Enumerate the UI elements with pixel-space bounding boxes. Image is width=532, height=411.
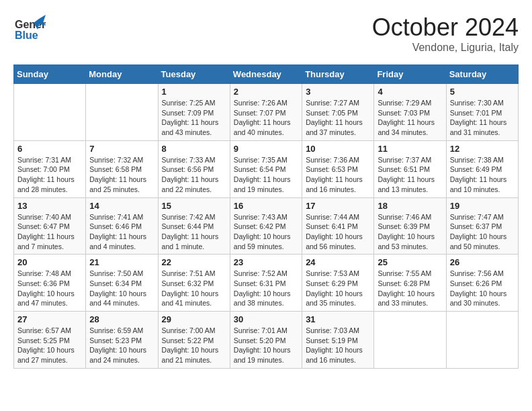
day-number: 26 (450, 257, 515, 267)
calendar-cell: 14Sunrise: 7:41 AM Sunset: 6:46 PM Dayli… (86, 197, 158, 255)
title-block: October 2024 Vendone, Liguria, Italy (372, 13, 519, 54)
day-detail: Sunrise: 7:36 AM Sunset: 6:53 PM Dayligh… (306, 155, 370, 195)
day-detail: Sunrise: 7:46 AM Sunset: 6:39 PM Dayligh… (378, 212, 442, 252)
calendar-cell: 1Sunrise: 7:25 AM Sunset: 7:09 PM Daylig… (158, 84, 230, 141)
calendar-cell (374, 312, 446, 369)
calendar-cell: 22Sunrise: 7:51 AM Sunset: 6:32 PM Dayli… (158, 255, 230, 312)
day-detail: Sunrise: 7:37 AM Sunset: 6:51 PM Dayligh… (378, 155, 442, 195)
day-number: 27 (17, 314, 82, 324)
day-detail: Sunrise: 7:38 AM Sunset: 6:49 PM Dayligh… (450, 155, 515, 195)
calendar-cell: 25Sunrise: 7:55 AM Sunset: 6:28 PM Dayli… (374, 255, 446, 312)
calendar-cell: 13Sunrise: 7:40 AM Sunset: 6:47 PM Dayli… (14, 197, 86, 255)
calendar-week-row: 20Sunrise: 7:48 AM Sunset: 6:36 PM Dayli… (14, 255, 519, 312)
day-number: 29 (162, 314, 226, 324)
day-detail: Sunrise: 6:59 AM Sunset: 5:23 PM Dayligh… (89, 326, 154, 365)
calendar-cell: 24Sunrise: 7:53 AM Sunset: 6:29 PM Dayli… (302, 255, 374, 312)
calendar-cell: 16Sunrise: 7:43 AM Sunset: 6:42 PM Dayli… (230, 197, 302, 255)
day-number: 4 (378, 87, 442, 97)
day-number: 9 (234, 144, 298, 154)
calendar-cell: 11Sunrise: 7:37 AM Sunset: 6:51 PM Dayli… (374, 140, 446, 197)
logo-icon: General Blue (13, 13, 46, 46)
calendar-cell: 12Sunrise: 7:38 AM Sunset: 6:49 PM Dayli… (446, 140, 518, 197)
day-number: 16 (234, 201, 298, 211)
calendar-cell: 7Sunrise: 7:32 AM Sunset: 6:58 PM Daylig… (86, 140, 158, 197)
calendar-cell: 20Sunrise: 7:48 AM Sunset: 6:36 PM Dayli… (14, 255, 86, 312)
day-number: 13 (17, 201, 82, 211)
day-detail: Sunrise: 7:33 AM Sunset: 6:56 PM Dayligh… (162, 155, 226, 195)
day-detail: Sunrise: 7:03 AM Sunset: 5:19 PM Dayligh… (306, 326, 370, 365)
calendar-cell: 5Sunrise: 7:30 AM Sunset: 7:01 PM Daylig… (446, 84, 518, 141)
calendar-cell: 30Sunrise: 7:01 AM Sunset: 5:20 PM Dayli… (230, 312, 302, 369)
calendar-week-row: 6Sunrise: 7:31 AM Sunset: 7:00 PM Daylig… (14, 140, 519, 197)
weekday-header: Friday (374, 65, 446, 84)
calendar-cell: 6Sunrise: 7:31 AM Sunset: 7:00 PM Daylig… (14, 140, 86, 197)
calendar-cell: 17Sunrise: 7:44 AM Sunset: 6:41 PM Dayli… (302, 197, 374, 255)
location: Vendone, Liguria, Italy (372, 42, 519, 54)
day-number: 2 (234, 87, 298, 97)
page-header: General Blue October 2024 Vendone, Ligur… (13, 13, 519, 54)
day-number: 7 (89, 144, 154, 154)
day-detail: Sunrise: 7:35 AM Sunset: 6:54 PM Dayligh… (234, 155, 298, 195)
calendar-cell: 28Sunrise: 6:59 AM Sunset: 5:23 PM Dayli… (86, 312, 158, 369)
day-detail: Sunrise: 7:31 AM Sunset: 7:00 PM Dayligh… (17, 155, 82, 195)
calendar-table: SundayMondayTuesdayWednesdayThursdayFrid… (13, 64, 519, 369)
calendar-cell: 3Sunrise: 7:27 AM Sunset: 7:05 PM Daylig… (302, 84, 374, 141)
calendar-cell: 19Sunrise: 7:47 AM Sunset: 6:37 PM Dayli… (446, 197, 518, 255)
calendar-cell: 4Sunrise: 7:29 AM Sunset: 7:03 PM Daylig… (374, 84, 446, 141)
day-number: 10 (306, 144, 370, 154)
day-detail: Sunrise: 7:27 AM Sunset: 7:05 PM Dayligh… (306, 98, 370, 138)
day-detail: Sunrise: 6:57 AM Sunset: 5:25 PM Dayligh… (17, 326, 82, 365)
day-number: 20 (17, 257, 82, 267)
day-detail: Sunrise: 7:00 AM Sunset: 5:22 PM Dayligh… (162, 326, 226, 365)
day-detail: Sunrise: 7:26 AM Sunset: 7:07 PM Dayligh… (234, 98, 298, 138)
day-number: 30 (234, 314, 298, 324)
calendar-cell: 8Sunrise: 7:33 AM Sunset: 6:56 PM Daylig… (158, 140, 230, 197)
calendar-week-row: 13Sunrise: 7:40 AM Sunset: 6:47 PM Dayli… (14, 197, 519, 255)
weekday-header: Tuesday (158, 65, 230, 84)
calendar-week-row: 1Sunrise: 7:25 AM Sunset: 7:09 PM Daylig… (14, 84, 519, 141)
weekday-header: Monday (86, 65, 158, 84)
logo: General Blue (13, 13, 46, 48)
day-number: 8 (162, 144, 226, 154)
calendar-cell: 29Sunrise: 7:00 AM Sunset: 5:22 PM Dayli… (158, 312, 230, 369)
day-detail: Sunrise: 7:01 AM Sunset: 5:20 PM Dayligh… (234, 326, 298, 365)
calendar-cell: 9Sunrise: 7:35 AM Sunset: 6:54 PM Daylig… (230, 140, 302, 197)
day-detail: Sunrise: 7:30 AM Sunset: 7:01 PM Dayligh… (450, 98, 515, 138)
day-number: 6 (17, 144, 82, 154)
day-detail: Sunrise: 7:52 AM Sunset: 6:31 PM Dayligh… (234, 269, 298, 308)
day-number: 12 (450, 144, 515, 154)
day-detail: Sunrise: 7:50 AM Sunset: 6:34 PM Dayligh… (89, 269, 154, 308)
day-detail: Sunrise: 7:55 AM Sunset: 6:28 PM Dayligh… (378, 269, 442, 308)
weekday-header: Wednesday (230, 65, 302, 84)
day-detail: Sunrise: 7:43 AM Sunset: 6:42 PM Dayligh… (234, 212, 298, 252)
day-number: 14 (89, 201, 154, 211)
day-detail: Sunrise: 7:56 AM Sunset: 6:26 PM Dayligh… (450, 269, 515, 308)
calendar-cell: 31Sunrise: 7:03 AM Sunset: 5:19 PM Dayli… (302, 312, 374, 369)
day-number: 22 (162, 257, 226, 267)
weekday-header: Saturday (446, 65, 518, 84)
calendar-cell (86, 84, 158, 141)
day-number: 18 (378, 201, 442, 211)
day-detail: Sunrise: 7:51 AM Sunset: 6:32 PM Dayligh… (162, 269, 226, 308)
day-number: 28 (89, 314, 154, 324)
day-detail: Sunrise: 7:44 AM Sunset: 6:41 PM Dayligh… (306, 212, 370, 252)
calendar-cell: 27Sunrise: 6:57 AM Sunset: 5:25 PM Dayli… (14, 312, 86, 369)
day-number: 31 (306, 314, 370, 324)
day-detail: Sunrise: 7:41 AM Sunset: 6:46 PM Dayligh… (89, 212, 154, 252)
day-number: 17 (306, 201, 370, 211)
day-number: 19 (450, 201, 515, 211)
day-detail: Sunrise: 7:53 AM Sunset: 6:29 PM Dayligh… (306, 269, 370, 308)
day-number: 15 (162, 201, 226, 211)
day-number: 25 (378, 257, 442, 267)
day-number: 5 (450, 87, 515, 97)
weekday-header: Sunday (14, 65, 86, 84)
calendar-cell: 10Sunrise: 7:36 AM Sunset: 6:53 PM Dayli… (302, 140, 374, 197)
weekday-header: Thursday (302, 65, 374, 84)
calendar-cell: 23Sunrise: 7:52 AM Sunset: 6:31 PM Dayli… (230, 255, 302, 312)
calendar-cell (14, 84, 86, 141)
calendar-body: 1Sunrise: 7:25 AM Sunset: 7:09 PM Daylig… (14, 84, 519, 369)
day-detail: Sunrise: 7:47 AM Sunset: 6:37 PM Dayligh… (450, 212, 515, 252)
day-number: 11 (378, 144, 442, 154)
svg-text:Blue: Blue (15, 30, 38, 41)
day-detail: Sunrise: 7:48 AM Sunset: 6:36 PM Dayligh… (17, 269, 82, 308)
